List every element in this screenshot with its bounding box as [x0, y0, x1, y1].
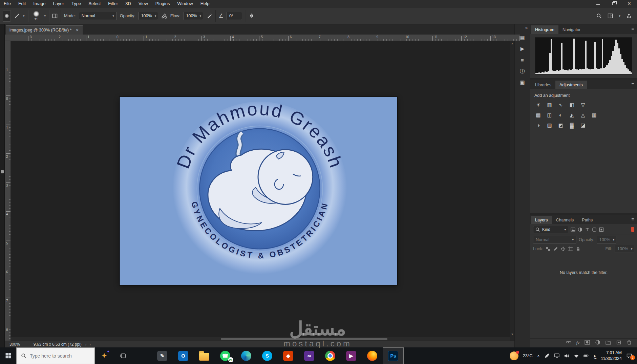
- lock-transparency-icon[interactable]: [546, 247, 551, 251]
- taskbar-visual-studio-icon[interactable]: ∞: [299, 347, 320, 364]
- volume-icon[interactable]: [564, 353, 569, 359]
- taskbar-search[interactable]: [16, 347, 95, 364]
- lock-artboard-icon[interactable]: [568, 247, 573, 251]
- taskbar-edge-icon[interactable]: [236, 347, 257, 364]
- brush-tool-icon[interactable]: [14, 13, 20, 19]
- tab-Libraries[interactable]: Libraries: [531, 81, 555, 89]
- levels-icon[interactable]: ▥: [546, 101, 553, 108]
- selective-color-icon[interactable]: ◪: [579, 122, 587, 129]
- minimize-button[interactable]: [590, 0, 606, 7]
- network-icon[interactable]: [574, 353, 579, 359]
- tab-Navigator[interactable]: Navigator: [558, 25, 585, 34]
- gradient-map-icon[interactable]: ▓: [568, 122, 576, 129]
- brush-preset-picker[interactable]: 21: [31, 11, 41, 21]
- canvas-viewport[interactable]: Dr Mahmoud Greash GYNECOLOGIST & OBSTETR…: [11, 41, 510, 341]
- filter-type-layers-icon[interactable]: [585, 227, 590, 232]
- brush-preset-caret-icon[interactable]: ▾: [44, 14, 46, 18]
- paint-symmetry-icon[interactable]: [249, 13, 255, 19]
- layer-filter-toggle[interactable]: [631, 227, 634, 232]
- menu-item-Select[interactable]: Select: [85, 0, 104, 7]
- clock[interactable]: 7:01 AM 11/30/2024: [601, 350, 622, 361]
- hue-saturation-icon[interactable]: ▩: [534, 111, 542, 119]
- actions-panel-icon[interactable]: ▶: [517, 44, 528, 53]
- layer-mask-icon[interactable]: [585, 340, 590, 346]
- scroll-down-icon[interactable]: ▾: [511, 333, 513, 336]
- info-panel-icon[interactable]: ⓘ: [517, 66, 528, 76]
- channel-mixer-icon[interactable]: ◬: [579, 111, 587, 119]
- action-center-icon[interactable]: 2: [626, 353, 634, 359]
- properties-panel-icon[interactable]: ≡: [517, 55, 528, 65]
- workspace-switcher-icon[interactable]: [608, 13, 613, 19]
- status-prev-icon[interactable]: ‹: [90, 342, 91, 347]
- task-view-icon[interactable]: [114, 347, 133, 364]
- delete-layer-icon[interactable]: [627, 340, 632, 346]
- color-lookup-icon[interactable]: ▦: [590, 111, 598, 119]
- horizontal-scrollbar[interactable]: [11, 337, 510, 341]
- tab-Adjustments[interactable]: Adjustments: [555, 81, 587, 89]
- tab-Paths[interactable]: Paths: [578, 216, 597, 224]
- brush-angle-input[interactable]: 0°: [227, 12, 242, 20]
- filter-pixel-layers-icon[interactable]: [571, 227, 575, 232]
- airbrush-icon[interactable]: [206, 13, 212, 19]
- start-button[interactable]: [0, 347, 16, 364]
- taskbar-skype-icon[interactable]: S: [257, 347, 278, 364]
- vibrance-icon[interactable]: ▽: [579, 101, 587, 108]
- black-white-icon[interactable]: ◐: [557, 111, 565, 119]
- taskbar-office-icon[interactable]: ◆: [278, 347, 299, 364]
- display-icon[interactable]: [554, 353, 559, 359]
- document-tab[interactable]: images.jpeg @ 300% (RGB/8#) * ✕: [6, 25, 83, 35]
- language-indicator[interactable]: ع: [593, 353, 596, 359]
- taskbar-chrome-icon[interactable]: [320, 347, 341, 364]
- menu-item-Plugins[interactable]: Plugins: [152, 0, 174, 7]
- taskbar-outlook-icon[interactable]: O: [173, 347, 194, 364]
- panel-menu-icon[interactable]: ≡: [631, 82, 634, 87]
- taskbar-movies-tv-icon[interactable]: ▶: [341, 347, 362, 364]
- battery-icon[interactable]: [583, 353, 589, 359]
- taskbar-file-explorer-icon[interactable]: [194, 347, 215, 364]
- lock-position-icon[interactable]: [561, 247, 566, 251]
- filter-smart-object-icon[interactable]: [599, 227, 604, 232]
- toggle-brush-panel-icon[interactable]: [52, 13, 58, 19]
- show-hidden-icons-icon[interactable]: ∧: [537, 354, 540, 358]
- blend-mode-select[interactable]: Normal▾: [79, 12, 117, 20]
- tools-panel-collapsed[interactable]: [0, 24, 5, 347]
- layer-effects-icon[interactable]: fx: [576, 340, 579, 346]
- lock-all-icon[interactable]: [576, 247, 580, 251]
- menu-item-Window[interactable]: Window: [173, 0, 196, 7]
- menu-item-Filter[interactable]: Filter: [104, 0, 122, 7]
- temperature[interactable]: 23°C: [523, 353, 533, 358]
- taskbar-firefox-icon[interactable]: [362, 347, 383, 364]
- tool-preset-picker[interactable]: [3, 10, 11, 22]
- taskbar-copilot-icon[interactable]: ✦: [95, 347, 114, 364]
- tab-Histogram[interactable]: Histogram: [531, 25, 558, 34]
- taskbar-notes-icon[interactable]: ✎: [152, 347, 173, 364]
- panel-menu-icon[interactable]: ≡: [631, 26, 634, 31]
- flow-select[interactable]: 100%▾: [184, 12, 203, 20]
- color-balance-icon[interactable]: ◫: [546, 111, 553, 119]
- taskbar-whatsapp-icon[interactable]: ☎21: [215, 347, 236, 364]
- tab-Layers[interactable]: Layers: [531, 216, 552, 224]
- invert-icon[interactable]: ◑: [534, 122, 542, 129]
- new-adjustment-layer-icon[interactable]: [595, 340, 600, 346]
- lock-pixels-icon[interactable]: [553, 247, 558, 251]
- layer-fill-select[interactable]: 100%▾: [615, 245, 634, 253]
- curves-icon[interactable]: ∿: [557, 101, 565, 108]
- opacity-select[interactable]: 100%▾: [139, 12, 158, 20]
- brush-tool-caret-icon[interactable]: ▾: [23, 14, 25, 18]
- menu-item-Type[interactable]: Type: [68, 0, 85, 7]
- layer-blend-mode-select[interactable]: Normal▾: [533, 236, 576, 244]
- menu-item-Edit[interactable]: Edit: [15, 0, 29, 7]
- menu-item-Image[interactable]: Image: [29, 0, 49, 7]
- photo-filter-icon[interactable]: ◭: [568, 111, 576, 119]
- horizontal-ruler[interactable]: 321012345678910111213: [5, 35, 520, 41]
- menu-item-3D[interactable]: 3D: [122, 0, 135, 7]
- opacity-pressure-icon[interactable]: [161, 13, 167, 19]
- menu-item-View[interactable]: View: [135, 0, 152, 7]
- document-canvas[interactable]: Dr Mahmoud Greash GYNECOLOGIST & OBSTETR…: [120, 97, 397, 285]
- scroll-up-icon[interactable]: ▴: [511, 42, 513, 45]
- new-layer-icon[interactable]: [616, 340, 621, 346]
- posterize-icon[interactable]: ▨: [546, 122, 553, 129]
- threshold-icon[interactable]: ◩: [557, 122, 565, 129]
- status-next-icon[interactable]: ›: [85, 342, 86, 347]
- exposure-icon[interactable]: ◧: [568, 101, 576, 108]
